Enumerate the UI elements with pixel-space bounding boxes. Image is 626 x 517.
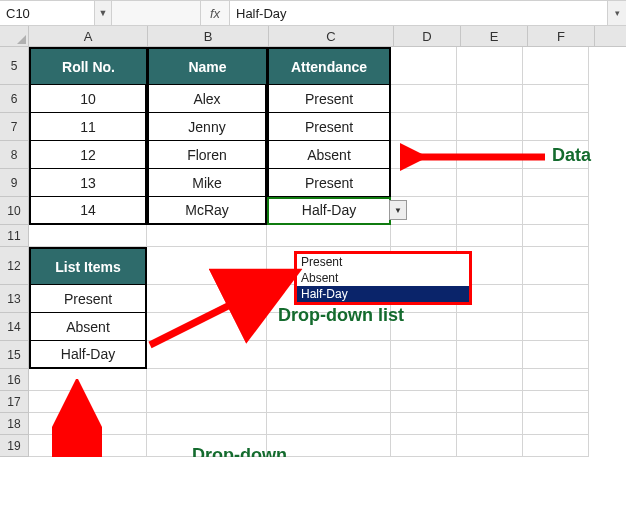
cell[interactable] [147,313,267,341]
cell[interactable] [267,435,391,457]
cell[interactable] [457,313,523,341]
cell[interactable] [147,247,267,285]
cell[interactable] [391,413,457,435]
table-cell[interactable]: 11 [29,113,147,141]
dropdown-option-selected[interactable]: Half-Day [297,286,469,302]
cell[interactable] [267,225,391,247]
row-header[interactable]: 7 [0,113,29,141]
dropdown-button[interactable]: ▼ [389,200,407,220]
col-header-D[interactable]: D [394,26,461,46]
name-box-dropdown[interactable]: ▼ [95,1,112,25]
cell[interactable] [391,391,457,413]
fx-icon[interactable]: fx [201,1,230,25]
cell[interactable] [391,85,457,113]
cell[interactable] [523,285,589,313]
cell[interactable] [457,225,523,247]
row-header[interactable]: 13 [0,285,29,313]
cell[interactable] [391,141,457,169]
cell[interactable] [523,435,589,457]
cell[interactable] [523,197,589,225]
row-header[interactable]: 16 [0,369,29,391]
name-box[interactable]: C10 [0,1,95,25]
row-header[interactable]: 14 [0,313,29,341]
table-cell[interactable]: 10 [29,85,147,113]
cell[interactable] [457,47,523,85]
cell[interactable] [523,169,589,197]
cell[interactable] [457,141,523,169]
table-cell[interactable]: Floren [147,141,267,169]
table-cell[interactable]: 13 [29,169,147,197]
cell[interactable] [523,85,589,113]
list-item[interactable]: Absent [29,313,147,341]
row-header[interactable]: 5 [0,47,29,85]
cell[interactable] [457,85,523,113]
cell[interactable] [523,47,589,85]
dropdown-option[interactable]: Present [297,254,469,270]
cell[interactable] [391,341,457,369]
cell[interactable] [147,391,267,413]
cell[interactable] [523,247,589,285]
cell[interactable] [457,391,523,413]
cell[interactable] [391,113,457,141]
select-all-corner[interactable] [0,26,29,46]
cell[interactable] [147,225,267,247]
cell[interactable] [29,391,147,413]
table-cell[interactable]: Absent [267,141,391,169]
cell[interactable] [391,435,457,457]
table-cell[interactable]: Jenny [147,113,267,141]
cell[interactable] [391,225,457,247]
col-header-C[interactable]: C [269,26,394,46]
table-cell[interactable]: Present [267,85,391,113]
row-header[interactable]: 8 [0,141,29,169]
dropdown-option[interactable]: Absent [297,270,469,286]
table-cell[interactable]: Mike [147,169,267,197]
cell[interactable] [457,197,523,225]
cell[interactable] [523,391,589,413]
table-cell[interactable]: McRay [147,197,267,225]
row-header[interactable]: 18 [0,413,29,435]
cell[interactable] [391,313,457,341]
row-header[interactable]: 11 [0,225,29,247]
cell[interactable] [457,113,523,141]
cell[interactable] [147,413,267,435]
cell[interactable] [523,313,589,341]
row-header[interactable]: 12 [0,247,29,285]
row-header[interactable]: 15 [0,341,29,369]
cell[interactable] [523,113,589,141]
cell[interactable] [457,169,523,197]
cell[interactable] [267,341,391,369]
row-header[interactable]: 9 [0,169,29,197]
cell[interactable] [523,413,589,435]
cell[interactable] [267,313,391,341]
cell[interactable] [457,369,523,391]
row-header[interactable]: 17 [0,391,29,413]
formula-expand-icon[interactable]: ▾ [607,1,626,25]
col-header-E[interactable]: E [461,26,528,46]
cell[interactable] [147,369,267,391]
cell[interactable] [523,225,589,247]
table-cell[interactable]: 12 [29,141,147,169]
cell[interactable] [29,369,147,391]
col-header-A[interactable]: A [29,26,148,46]
cell[interactable] [391,47,457,85]
cell[interactable] [29,435,147,457]
cell[interactable] [147,341,267,369]
list-item[interactable]: Present [29,285,147,313]
cell[interactable] [29,413,147,435]
col-header-B[interactable]: B [148,26,269,46]
cell[interactable] [29,225,147,247]
cell[interactable] [523,141,589,169]
cell[interactable] [267,369,391,391]
cell[interactable] [523,369,589,391]
table-cell[interactable]: Alex [147,85,267,113]
row-header[interactable]: 10 [0,197,29,225]
cell[interactable] [267,391,391,413]
row-header[interactable]: 19 [0,435,29,457]
cell[interactable] [267,413,391,435]
table-cell[interactable]: Present [267,113,391,141]
table-cell[interactable]: Present [267,169,391,197]
active-cell[interactable]: Half-Day ▼ [267,197,391,225]
table-cell[interactable]: 14 [29,197,147,225]
formula-input[interactable]: Half-Day [230,1,607,25]
row-header[interactable]: 6 [0,85,29,113]
